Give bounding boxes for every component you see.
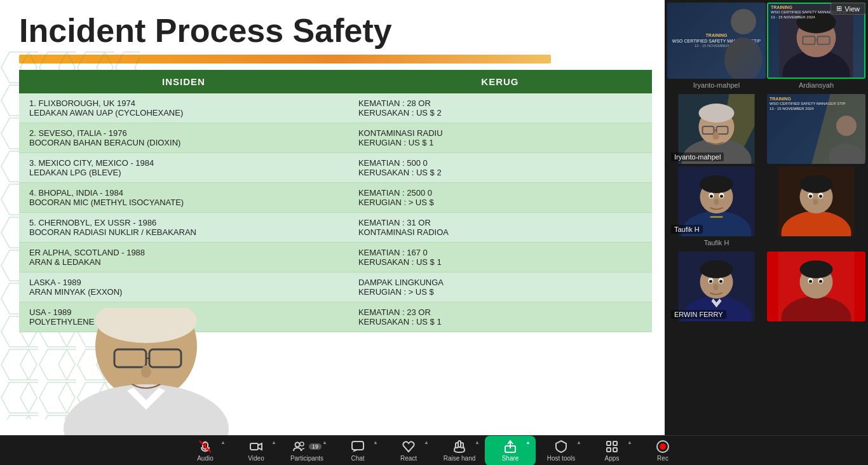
incident-line2: BOCORAN RADIASI NUKLIR / KEBAKARAN (29, 227, 338, 237)
incident-line1: 4. BHOPAL, INDIA - 1984 (29, 188, 338, 198)
svg-rect-86 (613, 448, 617, 452)
toolbar: ▲ Audio ▲ Video ▲ 19 Participants ▲ Chat… (0, 435, 868, 465)
raise-hand-icon (452, 440, 466, 454)
video-label: Video (248, 455, 264, 462)
host-tools-icon (554, 440, 568, 454)
svg-point-30 (836, 116, 857, 136)
loss-line1: KEMATIAN : 167 0 (358, 248, 642, 257)
chat-button[interactable]: ▲ Chat (332, 436, 383, 466)
chat-icon (351, 440, 365, 454)
participant-tile-red2 (767, 252, 865, 321)
view-button[interactable]: ⊞ View (831, 3, 865, 15)
incident-line2: ARAN MINYAK (EXXON) (29, 287, 338, 297)
audio-chevron: ▲ (220, 440, 226, 445)
apps-chevron: ▲ (627, 440, 632, 445)
svg-rect-85 (607, 448, 611, 452)
svg-point-48 (809, 195, 812, 198)
loss-line2: KERUSAKAN : US $ 2 (358, 168, 642, 177)
svg-point-59 (719, 280, 722, 283)
loss-line2: KERUSAKAN : US $ 1 (358, 257, 642, 267)
loss-line2: KERUSAKAN : US $ 2 (358, 108, 642, 118)
apps-label: Apps (605, 455, 620, 462)
table-row: ER ALPHA, SCOTLAND - 1988 ARAN & LEDAKAN… (19, 243, 652, 273)
loss-line2: KERUGIAN : > US $ (358, 287, 642, 297)
participants-badge: 19 (309, 443, 322, 450)
name-taufik: Taufik H (667, 238, 766, 249)
participants-chevron: ▲ (322, 440, 327, 445)
svg-marker-73 (258, 443, 262, 450)
svg-point-74 (295, 442, 299, 447)
presenter-face (38, 308, 254, 435)
loss-line1: KEMATIAN : 31 OR (358, 218, 642, 227)
raise-hand-button[interactable]: ▲ Raise hand (434, 436, 485, 466)
loss-line1: KEMATIAN : 28 OR (358, 98, 642, 108)
svg-point-29 (713, 132, 719, 140)
bottom-names-row1: Taufik H (667, 238, 865, 249)
react-button[interactable]: ▲ React (383, 436, 434, 466)
svg-point-87 (660, 443, 666, 450)
unknown-svg (767, 166, 865, 236)
react-chevron: ▲ (424, 440, 429, 445)
incident-cell: LASKA - 1989 ARAN MINYAK (EXXON) (19, 273, 348, 302)
participant-tile-erwin: ERWIN FERRY (667, 252, 766, 321)
svg-rect-72 (250, 443, 258, 450)
loss-cell: KEMATIAN : 28 OR KERUSAKAN : US $ 2 (348, 93, 652, 123)
audio-icon (198, 440, 212, 454)
participants-button[interactable]: ▲ 19 Participants (281, 436, 332, 466)
name-iryanto: Iryanto-mahpel (667, 80, 766, 91)
loss-cell: KEMATIAN : 167 0 KERUSAKAN : US $ 1 (348, 243, 652, 273)
incident-table: INSIDEN KERUG 1. FLIXBOROUGH, UK 1974 LE… (19, 70, 652, 332)
host-tools-button[interactable]: ▲ Host tools (536, 436, 587, 466)
incident-line2: BOCORAN MIC (METHYL ISOCYANATE) (29, 198, 338, 207)
loss-cell: KEMATIAN : 31 OR KONTAMINASI RADIOA (348, 213, 652, 243)
participant-tile-logo1: TRAINING WSO CERTIFIED SAFETY MANAGER ST… (667, 3, 766, 79)
svg-point-40 (714, 199, 719, 205)
table-row: 1. FLIXBOROUGH, UK 1974 LEDAKAN AWAN UAP… (19, 93, 652, 123)
loss-cell: KONTAMINASI RADIU KERUGIAN : US $ 1 (348, 123, 652, 153)
table-row: 3. MEXICO CITY, MEXICO - 1984 LEDAKAN LP… (19, 153, 652, 183)
rec-button[interactable]: Rec (637, 436, 688, 466)
video-button[interactable]: ▲ Video (231, 436, 281, 466)
svg-point-31 (829, 144, 864, 164)
col-kerug-header: KERUG (348, 70, 652, 93)
loss-cell: KEMATIAN : 2500 0 KERUGIAN : > US $ (348, 183, 652, 213)
incident-line1: 3. MEXICO CITY, MEXICO - 1984 (29, 158, 338, 168)
svg-point-67 (809, 280, 812, 283)
incident-line1: 2. SEVESO, ITALIA - 1976 (29, 128, 338, 138)
video-chevron: ▲ (271, 440, 276, 445)
share-chevron: ▲ (526, 440, 531, 445)
svg-point-39 (720, 195, 723, 198)
svg-point-45 (800, 175, 833, 193)
svg-point-60 (714, 284, 719, 290)
bottom-tiles-row2: ERWIN FERRY (667, 252, 865, 321)
incident-cell: 5. CHERNOBYL, EX USSR - 1986 BOCORAN RAD… (19, 213, 348, 243)
svg-rect-84 (613, 441, 617, 445)
incident-line1: 5. CHERNOBYL, EX USSR - 1986 (29, 218, 338, 227)
apps-icon (605, 440, 619, 454)
loss-line2: KERUGIAN : > US $ (358, 198, 642, 207)
svg-rect-41 (710, 216, 723, 218)
loss-line1: KONTAMINASI RADIU (358, 128, 642, 138)
apps-button[interactable]: ▲ Apps (587, 436, 637, 466)
share-icon (503, 440, 517, 454)
loss-line2: KONTAMINASI RADIOA (358, 227, 642, 237)
raise-hand-label: Raise hand (444, 455, 476, 462)
main-container: Incident Process Safety INSIDEN KERUG 1.… (0, 0, 868, 435)
loss-line1: DAMPAK LINGKUNGA (358, 278, 642, 287)
svg-point-54 (700, 260, 733, 278)
slide-title: Incident Process Safety (0, 0, 665, 55)
participant-tile-taufik: Taufik H (667, 166, 766, 236)
audio-button[interactable]: ▲ Audio (180, 436, 231, 466)
share-button[interactable]: ▲ Share (485, 436, 536, 466)
taufik-name-tag: Taufik H (671, 225, 703, 234)
participants-label: Participants (290, 455, 323, 462)
loss-line1: KEMATIAN : 2500 0 (358, 188, 642, 198)
incident-line2: ARAN & LEDAKAN (29, 257, 338, 267)
name-ardiansyah: Ardiansyah (767, 80, 865, 91)
incident-cell: ER ALPHA, SCOTLAND - 1988 ARAN & LEDAKAN (19, 243, 348, 273)
top-names-row: Iryanto-mahpel Ardiansyah (667, 80, 865, 91)
svg-point-68 (819, 280, 822, 283)
incident-line1: 1. FLIXBOROUGH, UK 1974 (29, 98, 338, 108)
loss-line1: KEMATIAN : 500 0 (358, 158, 642, 168)
incident-line2: BOCORAN BAHAN BERACUN (DIOXIN) (29, 138, 338, 147)
